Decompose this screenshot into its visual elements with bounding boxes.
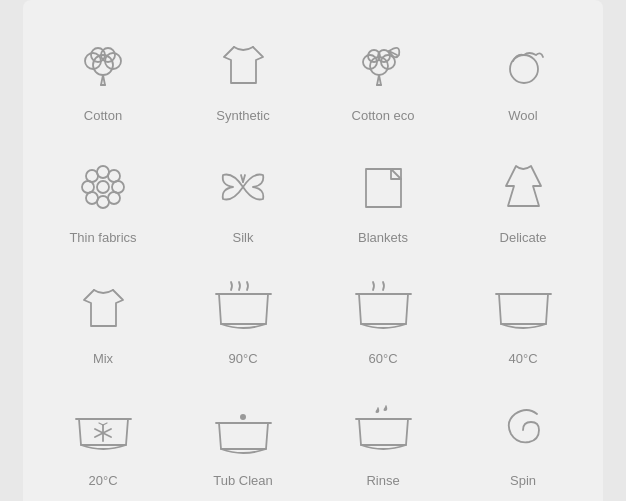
cotton-label: Cotton xyxy=(84,108,122,124)
delicate-label: Delicate xyxy=(500,230,547,246)
svg-line-37 xyxy=(103,423,107,425)
svg-point-0 xyxy=(93,55,113,75)
item-synthetic: Synthetic xyxy=(173,20,313,132)
item-delicate: Delicate xyxy=(453,142,593,254)
thin-fabrics-icon xyxy=(73,152,133,222)
item-cotton-eco: Cotton eco xyxy=(313,20,453,132)
tub-clean-icon xyxy=(211,395,276,465)
spin-label: Spin xyxy=(510,473,536,489)
item-mix: Mix xyxy=(33,263,173,375)
svg-line-28 xyxy=(243,175,245,182)
laundry-symbols-card: Cotton Synthetic xyxy=(23,0,603,501)
blankets-icon xyxy=(356,152,411,222)
40c-icon xyxy=(491,273,556,343)
symbols-grid: Cotton Synthetic xyxy=(33,20,593,496)
mix-icon xyxy=(76,273,131,343)
item-cotton: Cotton xyxy=(33,20,173,132)
rinse-icon xyxy=(351,395,416,465)
delicate-icon xyxy=(496,152,551,222)
40c-label: 40°C xyxy=(508,351,537,367)
synthetic-icon xyxy=(216,30,271,100)
wool-icon xyxy=(491,30,556,100)
svg-line-14 xyxy=(379,75,381,85)
60c-label: 60°C xyxy=(368,351,397,367)
spin-icon xyxy=(493,395,553,465)
item-thin-fabrics: Thin fabrics xyxy=(33,142,173,254)
svg-line-6 xyxy=(103,75,105,85)
svg-line-36 xyxy=(99,423,103,425)
item-silk: Silk xyxy=(173,142,313,254)
20c-icon xyxy=(71,395,136,465)
90c-label: 90°C xyxy=(228,351,257,367)
item-20c: 20°C xyxy=(33,385,173,497)
cotton-icon xyxy=(73,30,133,100)
svg-point-26 xyxy=(108,192,120,204)
mix-label: Mix xyxy=(93,351,113,367)
item-90c: 90°C xyxy=(173,263,313,375)
svg-point-24 xyxy=(108,170,120,182)
item-60c: 60°C xyxy=(313,263,453,375)
item-wool: Wool xyxy=(453,20,593,132)
blankets-label: Blankets xyxy=(358,230,408,246)
60c-icon xyxy=(351,273,416,343)
rinse-label: Rinse xyxy=(366,473,399,489)
svg-point-18 xyxy=(97,181,109,193)
cotton-eco-icon xyxy=(351,30,416,100)
silk-label: Silk xyxy=(233,230,254,246)
item-40c: 40°C xyxy=(453,263,593,375)
thin-fabrics-label: Thin fabrics xyxy=(69,230,136,246)
svg-point-25 xyxy=(86,192,98,204)
wool-label: Wool xyxy=(508,108,537,124)
tub-clean-label: Tub Clean xyxy=(213,473,273,489)
item-blankets: Blankets xyxy=(313,142,453,254)
item-tub-clean: Tub Clean xyxy=(173,385,313,497)
item-spin: Spin xyxy=(453,385,593,497)
cotton-eco-label: Cotton eco xyxy=(352,108,415,124)
synthetic-label: Synthetic xyxy=(216,108,269,124)
20c-label: 20°C xyxy=(88,473,117,489)
silk-icon xyxy=(213,152,273,222)
90c-icon xyxy=(211,273,276,343)
svg-point-38 xyxy=(240,414,246,420)
item-rinse: Rinse xyxy=(313,385,453,497)
svg-point-23 xyxy=(86,170,98,182)
